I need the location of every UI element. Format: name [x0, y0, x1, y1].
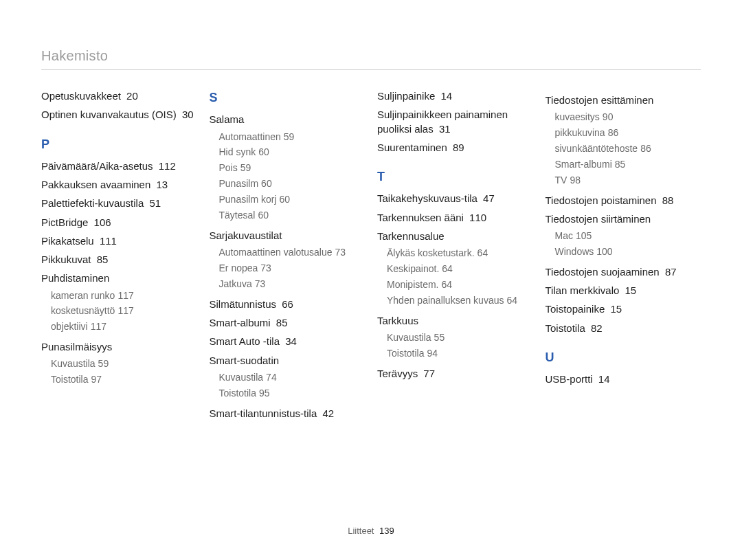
entry-label: Pakkauksen avaaminen: [41, 179, 150, 190]
subentry[interactable]: pikkukuvina86: [555, 126, 701, 139]
sub-page: 73: [335, 247, 346, 258]
sub-page: 94: [427, 348, 438, 359]
entry-label: PictBridge: [41, 216, 88, 228]
entry-page: 89: [453, 142, 464, 153]
sub-page: 60: [261, 178, 272, 189]
subentry[interactable]: Smart-albumi85: [555, 158, 701, 171]
entry-page: 51: [149, 197, 161, 209]
entry-suurentaminen[interactable]: Suurentaminen 89: [377, 141, 533, 155]
entry-pictbridge[interactable]: PictBridge 106: [41, 216, 197, 229]
subentry[interactable]: Automaattinen59: [219, 131, 366, 144]
sub-page: 117: [117, 290, 133, 301]
subentry[interactable]: Kuvaustila59: [51, 357, 197, 370]
entry-taikakehys[interactable]: Taikakehyskuvaus-tila 47: [377, 192, 533, 205]
entry-pikakatselu[interactable]: Pikakatselu 111: [41, 234, 197, 248]
subentry[interactable]: Kuvaustila74: [219, 371, 366, 384]
column-4: Tiedostojen esittäminen kuvaesitys90 pik…: [546, 89, 701, 425]
sub-page: 97: [91, 374, 102, 385]
entry-page: 14: [440, 90, 452, 102]
entry-tarkkuus: Tarkkuus: [377, 314, 533, 328]
subentry[interactable]: kuvaesitys90: [555, 111, 701, 124]
entry-paletti[interactable]: Palettiefekti-kuvaustila 51: [41, 197, 197, 210]
entry-label: Tiedostojen siirtäminen: [546, 213, 651, 225]
entry-suljinpuoliksi[interactable]: Suljinpainikkeen painaminen puoliksi ala…: [377, 108, 533, 136]
entry-page: 15: [625, 284, 636, 296]
sub-page: 85: [615, 159, 626, 170]
entry-label: Terävyys: [377, 368, 418, 379]
entry-label: Sarjakuvaustilat: [210, 229, 282, 241]
sub-label: Pois: [219, 162, 238, 173]
subentry[interactable]: Punasilm60: [219, 177, 366, 190]
entry-page: 13: [156, 179, 168, 190]
entry-page: 66: [282, 298, 293, 310]
entry-smartalbumi[interactable]: Smart-albumi 85: [210, 316, 366, 330]
entry-pikkukuvat[interactable]: Pikkukuvat 85: [41, 253, 197, 267]
entry-label: Smart Auto -tila: [210, 335, 280, 347]
subentry[interactable]: Toistotila94: [387, 347, 533, 360]
page-title: Hakemisto: [41, 0, 701, 70]
sub-label: Älykäs kosketustark.: [387, 247, 475, 258]
subentry[interactable]: Windows100: [555, 245, 701, 258]
entry-silmatunnistus[interactable]: Silmätunnistus 66: [210, 298, 366, 311]
subentry[interactable]: kosketusnäyttö117: [51, 304, 197, 317]
entry-tiedostojen-poistaminen[interactable]: Tiedostojen poistaminen 88: [546, 194, 701, 208]
subentry[interactable]: Er nopea73: [219, 262, 366, 275]
entry-page: 110: [469, 212, 486, 223]
entry-label: Suurentaminen: [377, 142, 447, 153]
entry-toistopainike[interactable]: Toistopainike 15: [546, 302, 701, 316]
entry-smarttila[interactable]: Smart-tilantunnistus-tila 42: [210, 407, 366, 421]
entry-pakkaus[interactable]: Pakkauksen avaaminen 13: [41, 178, 197, 192]
sub-page: 73: [260, 262, 271, 273]
subentry[interactable]: Keskipainot.64: [387, 262, 533, 276]
sub-page: 117: [117, 305, 133, 316]
entry-smartauto[interactable]: Smart Auto -tila 34: [210, 335, 366, 348]
sub-page: 59: [284, 131, 295, 142]
footer-label: Liitteet: [348, 526, 374, 536]
sub-page: 86: [608, 127, 619, 138]
sub-label: Yhden painalluksen kuvaus: [387, 295, 504, 306]
entry-ois[interactable]: Optinen kuvanvakautus (OIS) 30: [41, 108, 197, 122]
entry-page: 20: [126, 90, 138, 102]
entry-toistotila[interactable]: Toistotila 82: [546, 322, 701, 335]
subentry[interactable]: sivunkääntötehoste86: [555, 142, 701, 155]
subentry[interactable]: Automaattinen valotusalue73: [219, 246, 366, 259]
sub-label: Jatkuva: [219, 278, 252, 289]
subentry[interactable]: Älykäs kosketustark.64: [387, 247, 533, 260]
index-page: Hakemisto Opetuskuvakkeet 20 Optinen kuv…: [0, 0, 742, 560]
entry-opetuskuvakkeet[interactable]: Opetuskuvakkeet 20: [41, 89, 197, 103]
entry-label: Puhdistaminen: [41, 272, 109, 284]
subentry[interactable]: Monipistem.64: [387, 278, 533, 291]
subentry[interactable]: Toistotila97: [51, 373, 197, 386]
entry-puhdistaminen: Puhdistaminen: [41, 271, 197, 285]
subentry[interactable]: Yhden painalluksen kuvaus64: [387, 294, 533, 307]
sub-page: 55: [434, 332, 445, 343]
entry-paivamaara[interactable]: Päivämäärä/Aika-asetus 112: [41, 159, 197, 173]
subentry[interactable]: kameran runko117: [51, 289, 197, 302]
sub-label: Kuvaustila: [387, 332, 431, 343]
entry-page: 87: [665, 266, 677, 278]
entry-suljinpainike[interactable]: Suljinpainike 14: [377, 89, 533, 103]
subentry[interactable]: Täytesal60: [219, 209, 366, 222]
subentry[interactable]: Toistotila95: [219, 387, 366, 400]
sub-label: Windows: [555, 246, 594, 257]
entry-label: Smart-albumi: [210, 317, 271, 328]
subentry[interactable]: Punasilm korj60: [219, 193, 366, 206]
index-columns: Opetuskuvakkeet 20 Optinen kuvanvakautus…: [41, 70, 701, 425]
entry-usb-portti[interactable]: USB-portti 14: [546, 372, 701, 386]
entry-tarkennusaani[interactable]: Tarkennuksen ääni 110: [377, 211, 533, 225]
subentry[interactable]: Jatkuva73: [219, 278, 366, 291]
entry-page: 85: [97, 254, 109, 265]
entry-teravyys[interactable]: Terävyys 77: [377, 367, 533, 381]
subentry[interactable]: Mac105: [555, 229, 701, 243]
entry-page: 112: [159, 160, 176, 172]
entry-tilan-merkkivalo[interactable]: Tilan merkkivalo 15: [546, 284, 701, 298]
subentry[interactable]: Kuvaustila55: [387, 331, 533, 344]
subentry[interactable]: objektiivi117: [51, 320, 197, 333]
sub-label: objektiivi: [51, 321, 88, 332]
subentry[interactable]: Pois59: [219, 161, 366, 175]
entry-tiedostojen-suojaaminen[interactable]: Tiedostojen suojaaminen 87: [546, 265, 701, 279]
sub-label: Mac: [555, 230, 573, 241]
sub-page: 100: [596, 246, 612, 257]
subentry[interactable]: TV98: [555, 174, 701, 187]
subentry[interactable]: Hid synk60: [219, 146, 366, 159]
